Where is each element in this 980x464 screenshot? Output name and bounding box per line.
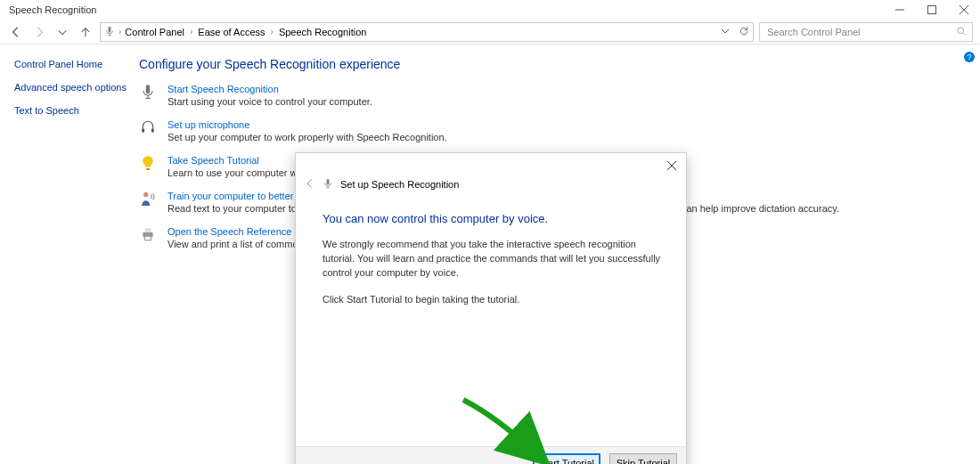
- skip-tutorial-button[interactable]: Skip Tutorial: [609, 453, 677, 464]
- address-toolbar: › Control Panel › Ease of Access › Speec…: [0, 20, 980, 45]
- svg-rect-0: [928, 6, 936, 14]
- svg-rect-2: [142, 128, 144, 133]
- link-open-reference-card[interactable]: Open the Speech Reference Card: [167, 226, 315, 237]
- microphone-icon: [139, 84, 157, 102]
- breadcrumb-item[interactable]: Ease of Access: [198, 27, 265, 37]
- link-take-speech-tutorial[interactable]: Take Speech Tutorial: [167, 155, 259, 166]
- window-maximize-button[interactable]: [916, 0, 948, 20]
- dialog-heading: You can now control this computer by voi…: [323, 212, 665, 225]
- link-start-speech-recognition[interactable]: Start Speech Recognition: [167, 84, 279, 94]
- window-titlebar: Speech Recognition: [0, 0, 980, 20]
- setup-speech-recognition-dialog: Set up Speech Recognition You can now co…: [295, 152, 687, 464]
- start-tutorial-button[interactable]: Start Tutorial: [533, 453, 600, 464]
- window-close-button[interactable]: [948, 0, 980, 20]
- refresh-icon[interactable]: [739, 26, 749, 38]
- item-desc: Start using your voice to control your c…: [167, 96, 372, 107]
- nav-recent-button[interactable]: [53, 23, 71, 41]
- left-nav: Control Panel Home Advanced speech optio…: [0, 45, 134, 464]
- person-speaking-icon: [139, 191, 157, 208]
- nav-control-panel-home[interactable]: Control Panel Home: [14, 59, 127, 69]
- chevron-right-icon: ›: [190, 27, 192, 37]
- breadcrumb-item[interactable]: Speech Recognition: [279, 27, 366, 37]
- link-setup-microphone[interactable]: Set up microphone: [167, 119, 249, 130]
- chevron-down-icon[interactable]: [721, 27, 730, 37]
- search-box[interactable]: [759, 22, 973, 42]
- breadcrumb[interactable]: › Control Panel › Ease of Access › Speec…: [100, 22, 754, 42]
- lightbulb-icon: [139, 155, 157, 173]
- help-icon[interactable]: ?: [964, 52, 975, 62]
- printer-icon: [139, 226, 157, 244]
- svg-point-5: [143, 192, 148, 197]
- chevron-right-icon: ›: [118, 27, 121, 37]
- dialog-subtitle: Set up Speech Recognition: [340, 179, 459, 190]
- window-minimize-button[interactable]: [884, 0, 916, 20]
- dialog-text: Click Start Tutorial to begin taking the…: [323, 293, 665, 307]
- microphone-icon: [104, 26, 115, 38]
- svg-rect-8: [145, 236, 151, 240]
- search-input[interactable]: [765, 26, 951, 38]
- svg-rect-3: [151, 128, 154, 133]
- nav-back-button[interactable]: [7, 23, 25, 41]
- svg-rect-4: [146, 168, 151, 170]
- list-item: Start Speech Recognition Start using you…: [139, 84, 971, 107]
- dialog-back-button[interactable]: [305, 178, 315, 191]
- list-item: Set up microphone Set up your computer t…: [139, 119, 971, 142]
- search-icon: [956, 26, 967, 38]
- page-title: Configure your Speech Recognition experi…: [139, 57, 971, 71]
- item-desc: Set up your computer to work properly wi…: [167, 132, 447, 142]
- svg-point-1: [958, 27, 964, 33]
- nav-text-to-speech[interactable]: Text to Speech: [14, 105, 127, 116]
- dialog-text: We strongly recommend that you take the …: [323, 238, 665, 281]
- headset-icon: [139, 119, 157, 137]
- chevron-right-icon: ›: [271, 27, 274, 37]
- nav-forward-button[interactable]: [30, 23, 48, 41]
- svg-rect-7: [145, 228, 151, 232]
- dialog-close-button[interactable]: [663, 157, 681, 175]
- breadcrumb-item[interactable]: Control Panel: [125, 27, 184, 37]
- window-title: Speech Recognition: [9, 4, 96, 15]
- microphone-icon: [323, 178, 333, 191]
- nav-advanced-speech-options[interactable]: Advanced speech options: [14, 82, 127, 93]
- nav-up-button[interactable]: [77, 23, 94, 41]
